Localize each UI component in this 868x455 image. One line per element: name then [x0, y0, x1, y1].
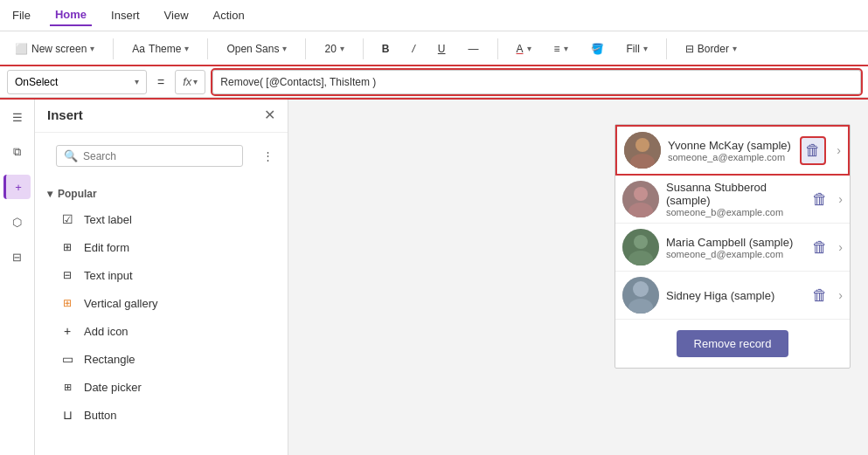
list-item-edit-form[interactable]: ⊞ Edit form: [35, 233, 288, 261]
remove-record-button[interactable]: Remove record: [677, 330, 789, 357]
separator-5: [497, 38, 498, 59]
list-item-text-input[interactable]: ⊟ Text input: [35, 261, 288, 289]
contact-item-3[interactable]: Maria Campbell (sample) someone_d@exampl…: [615, 224, 850, 272]
fill-button[interactable]: Fill ▾: [619, 38, 656, 59]
new-screen-icon: ⬜: [15, 43, 28, 55]
add-icon[interactable]: +: [3, 175, 31, 199]
toolbar: ⬜ New screen ▾ Aa Theme ▾ Open Sans ▾ 20…: [0, 31, 868, 66]
chevron-right-2[interactable]: ›: [838, 192, 843, 206]
avatar-1: [624, 132, 661, 169]
separator-4: [363, 38, 364, 59]
menu-home[interactable]: Home: [50, 4, 92, 26]
font-color-button[interactable]: A ▾: [509, 38, 539, 59]
svg-point-1: [635, 138, 649, 152]
data-icon[interactable]: ⬡: [5, 210, 30, 234]
contact-name-4: Sidney Higa (sample): [666, 289, 805, 302]
insert-list: ▾ Popular ☑ Text label ⊞ Edit form ⊟ Tex…: [35, 179, 288, 455]
contact-list: Yvonne McKay (sample) someone_a@example.…: [615, 124, 851, 369]
contact-info-4: Sidney Higa (sample): [666, 289, 805, 302]
fx-chevron: ▾: [193, 77, 198, 86]
contact-email-2: someone_b@example.com: [666, 207, 805, 217]
contact-info-3: Maria Campbell (sample) someone_d@exampl…: [666, 236, 805, 259]
contact-info-1: Yvonne McKay (sample) someone_a@example.…: [668, 139, 793, 162]
formula-selector[interactable]: OnSelect ▾: [7, 70, 147, 94]
contact-info-2: Susanna Stubberod (sample) someone_b@exa…: [666, 181, 805, 217]
delete-icon-3[interactable]: 🗑: [812, 238, 828, 257]
svg-point-7: [634, 235, 648, 249]
search-box: 🔍: [56, 145, 243, 167]
insert-panel: Insert ✕ 🔍 ⋮ ▾ Popular ☑ Text label ⊞ Ed…: [35, 98, 288, 455]
contact-name-1: Yvonne McKay (sample): [668, 139, 793, 152]
avatar-2: [622, 181, 659, 217]
font-selector[interactable]: Open Sans ▾: [219, 38, 295, 59]
delete-icon-2[interactable]: 🗑: [812, 190, 828, 209]
chevron-right-4[interactable]: ›: [838, 288, 843, 302]
contact-item-4[interactable]: Sidney Higa (sample) 🗑 ›: [615, 272, 850, 320]
separator-1: [113, 38, 114, 59]
new-screen-button[interactable]: ⬜ New screen ▾: [7, 38, 102, 59]
category-popular[interactable]: ▾ Popular: [35, 183, 288, 205]
chevron-right-1[interactable]: ›: [837, 143, 841, 157]
menu-insert[interactable]: Insert: [106, 5, 145, 25]
hamburger-icon[interactable]: ☰: [5, 105, 30, 129]
menu-action[interactable]: Action: [208, 5, 250, 25]
theme-icon: Aa: [132, 43, 145, 55]
font-size-selector[interactable]: 20 ▾: [316, 38, 351, 59]
avatar-3: [622, 229, 659, 265]
text-input-icon: ⊟: [59, 267, 75, 283]
main-layout: ☰ ⧉ + ⬡ ⊟ Insert ✕ 🔍 ⋮ ▾ Popular ☑ Text …: [0, 98, 868, 455]
theme-button[interactable]: Aa Theme ▾: [124, 38, 197, 59]
list-item-vertical-gallery[interactable]: ⊞ Vertical gallery: [35, 289, 288, 317]
delete-icon-4[interactable]: 🗑: [812, 286, 828, 305]
strikethrough-button[interactable]: —: [461, 38, 487, 59]
insert-title: Insert: [47, 107, 83, 122]
contact-item-2[interactable]: Susanna Stubberod (sample) someone_b@exa…: [615, 176, 850, 224]
italic-button[interactable]: /: [404, 38, 422, 59]
search-input[interactable]: [83, 150, 235, 162]
contact-name-3: Maria Campbell (sample): [666, 236, 805, 249]
layers-icon[interactable]: ⧉: [5, 140, 30, 164]
more-options-button[interactable]: ⋮: [259, 146, 277, 166]
controls-icon[interactable]: ⊟: [5, 245, 30, 269]
theme-chevron: ▾: [184, 44, 189, 53]
contact-item-1[interactable]: Yvonne McKay (sample) someone_a@example.…: [615, 125, 850, 176]
search-icon: 🔍: [64, 149, 78, 162]
contact-email-1: someone_a@example.com: [668, 152, 793, 162]
add-icon-item: +: [59, 323, 75, 339]
date-picker-icon: ⊞: [59, 379, 75, 395]
contact-email-3: someone_d@example.com: [666, 249, 805, 259]
new-screen-chevron: ▾: [90, 44, 94, 53]
svg-point-10: [633, 281, 649, 297]
paint-bucket-icon: 🪣: [591, 43, 604, 55]
contact-name-2: Susanna Stubberod (sample): [666, 181, 805, 207]
chevron-right-3[interactable]: ›: [838, 240, 843, 254]
list-item-text-label[interactable]: ☑ Text label: [35, 205, 288, 233]
formula-input[interactable]: [212, 70, 861, 94]
delete-icon-1[interactable]: 🗑: [800, 136, 826, 165]
list-item-button[interactable]: ⊔ Button: [35, 401, 288, 429]
list-item-date-picker[interactable]: ⊞ Date picker: [35, 373, 288, 401]
border-icon: ⊟: [685, 43, 694, 55]
left-sidebar: ☰ ⧉ + ⬡ ⊟: [0, 98, 35, 455]
equals-sign: =: [154, 75, 168, 89]
menu-file[interactable]: File: [7, 5, 36, 25]
separator-6: [666, 38, 667, 59]
menu-bar: File Home Insert View Action: [0, 0, 868, 31]
selector-chevron: ▾: [135, 77, 139, 86]
category-arrow: ▾: [47, 188, 52, 200]
separator-3: [305, 38, 306, 59]
align-button[interactable]: ≡ ▾: [546, 38, 576, 59]
menu-view[interactable]: View: [159, 5, 194, 25]
close-button[interactable]: ✕: [264, 107, 275, 123]
fx-button[interactable]: fx ▾: [175, 70, 205, 94]
list-item-add-icon[interactable]: + Add icon: [35, 317, 288, 345]
vertical-gallery-icon: ⊞: [59, 295, 75, 311]
text-label-icon: ☑: [59, 211, 75, 227]
svg-point-4: [634, 187, 648, 201]
rectangle-icon: ▭: [59, 351, 75, 367]
list-item-rectangle[interactable]: ▭ Rectangle: [35, 345, 288, 373]
paint-bucket-button[interactable]: 🪣: [583, 38, 612, 59]
border-button[interactable]: ⊟ Border ▾: [677, 38, 745, 59]
bold-button[interactable]: B: [374, 38, 398, 59]
underline-button[interactable]: U: [430, 38, 454, 59]
